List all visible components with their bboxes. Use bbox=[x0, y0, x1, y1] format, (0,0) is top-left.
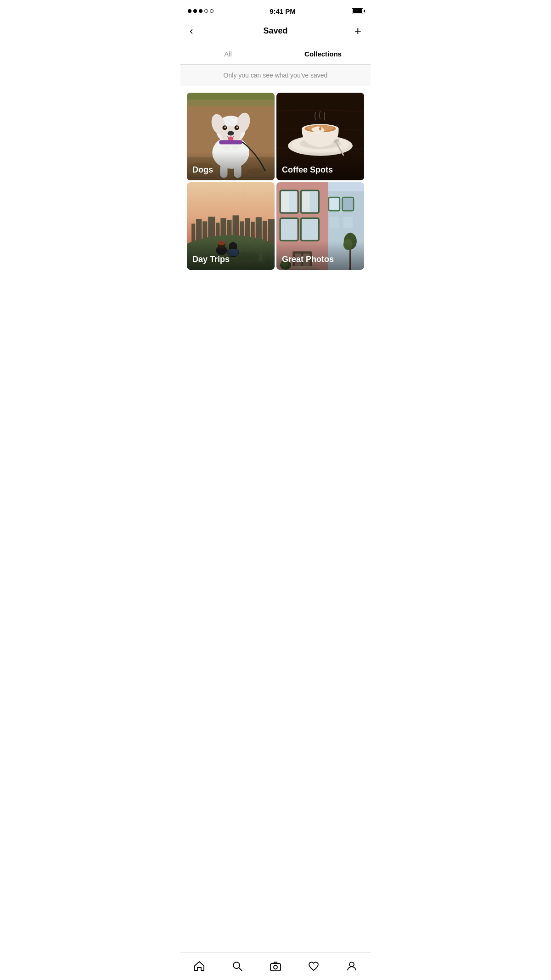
svg-rect-74 bbox=[302, 192, 309, 212]
battery-fill bbox=[353, 9, 362, 13]
privacy-text: Only you can see what you've saved bbox=[224, 72, 328, 79]
status-bar: 9:41 PM bbox=[180, 0, 371, 20]
tabs-container: All Collections bbox=[180, 44, 371, 65]
page-title: Saved bbox=[263, 26, 287, 36]
dot-4 bbox=[204, 9, 208, 13]
svg-point-22 bbox=[232, 146, 239, 149]
tab-collections[interactable]: Collections bbox=[276, 44, 371, 64]
add-button[interactable]: + bbox=[343, 24, 361, 38]
collection-dogs[interactable]: Dogs bbox=[187, 93, 275, 180]
battery-indicator bbox=[352, 8, 363, 14]
nav-header: ‹ Saved + bbox=[180, 20, 371, 44]
collection-daytrips-label: Day Trips bbox=[187, 241, 275, 270]
dot-2 bbox=[193, 9, 197, 13]
svg-rect-68 bbox=[302, 219, 318, 239]
svg-rect-61 bbox=[343, 217, 353, 228]
svg-rect-60 bbox=[330, 217, 339, 228]
collection-dogs-label: Dogs bbox=[187, 151, 275, 180]
svg-rect-58 bbox=[330, 198, 339, 210]
collection-greatphotos-label: Great Photos bbox=[276, 241, 364, 270]
dot-5 bbox=[210, 9, 214, 13]
collection-coffee[interactable]: Coffee Spots bbox=[276, 93, 364, 180]
svg-point-12 bbox=[227, 131, 234, 135]
privacy-notice: Only you can see what you've saved bbox=[180, 65, 371, 86]
signal-indicator bbox=[188, 9, 214, 13]
collection-daytrips[interactable]: Day Trips bbox=[187, 182, 275, 270]
back-button[interactable]: ‹ bbox=[190, 25, 208, 37]
tab-all[interactable]: All bbox=[180, 44, 276, 64]
svg-point-21 bbox=[222, 146, 230, 150]
collections-grid: Dogs bbox=[180, 86, 371, 279]
status-time: 9:41 PM bbox=[270, 7, 296, 15]
svg-rect-67 bbox=[281, 219, 297, 239]
collection-coffee-label: Coffee Spots bbox=[276, 151, 364, 180]
svg-rect-73 bbox=[281, 192, 289, 212]
svg-rect-59 bbox=[343, 198, 353, 210]
svg-point-15 bbox=[224, 126, 226, 128]
svg-point-16 bbox=[236, 126, 238, 128]
tab-active-indicator bbox=[276, 64, 371, 64]
collection-greatphotos[interactable]: Great Photos bbox=[276, 182, 364, 270]
svg-rect-6 bbox=[187, 93, 275, 100]
dot-3 bbox=[199, 9, 202, 13]
svg-rect-20 bbox=[219, 140, 242, 145]
dot-1 bbox=[188, 9, 191, 13]
